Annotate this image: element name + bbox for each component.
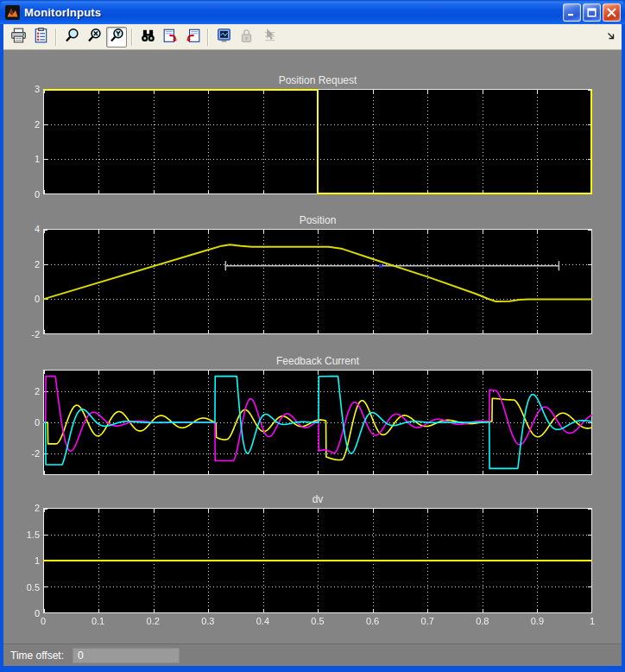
zoom-button[interactable] — [61, 27, 82, 48]
y-tick-label: 1 — [5, 555, 40, 567]
x-tick-label: 0.3 — [191, 616, 225, 627]
x-tick-label: 0.4 — [245, 616, 280, 627]
y-tick-label: 0 — [5, 189, 40, 200]
autoscale-button[interactable] — [137, 27, 158, 48]
binoculars-icon — [140, 28, 156, 47]
y-tick-label: 4 — [5, 224, 40, 235]
y-tick-label: -2 — [5, 329, 40, 340]
status-bar: Time offset: 0 — [3, 643, 622, 666]
y-tick-label: -2 — [5, 448, 40, 460]
close-button[interactable] — [603, 3, 621, 22]
save-axes-icon — [162, 28, 179, 47]
plot-title-2: Position — [43, 214, 592, 226]
save-axes-button[interactable] — [160, 27, 180, 48]
parameters-icon — [33, 28, 49, 47]
toolbar-separator — [55, 29, 57, 46]
plot-axes-4 — [43, 508, 592, 613]
window-controls — [563, 3, 621, 22]
x-tick-label: 0.9 — [520, 616, 554, 627]
plot-title-1: Position Request — [43, 74, 592, 86]
minimize-icon — [567, 8, 577, 17]
matlab-icon — [5, 5, 20, 20]
x-tick-label: 0 — [26, 616, 60, 627]
y-tick-label: 0 — [5, 294, 40, 305]
x-tick-label: 0.5 — [300, 616, 335, 627]
lock-icon — [238, 28, 255, 47]
lock-axes-button — [236, 27, 256, 48]
y-tick-label: 2 — [5, 503, 40, 514]
x-tick-label: 0.8 — [465, 616, 500, 627]
x-tick-label: 0.2 — [136, 616, 170, 627]
restore-axes-icon — [185, 28, 201, 47]
plot-title-4: dv — [43, 493, 592, 505]
toolbar-overflow-icon[interactable] — [606, 29, 616, 45]
plot-axes-2 — [43, 229, 592, 334]
x-tick-label: 0.7 — [410, 616, 445, 627]
zoom-y-button[interactable] — [106, 27, 127, 48]
plot-axes-1 — [43, 89, 592, 194]
time-offset-label: Time offset: — [10, 650, 64, 662]
maximize-icon — [587, 8, 597, 17]
x-tick-label: 0.6 — [356, 616, 390, 627]
scope-window: MonitorInputs Position Request0123Positi… — [0, 0, 625, 672]
plot-title-3: Feedback Current — [43, 355, 592, 367]
floating-scope-icon — [216, 28, 232, 47]
printer-icon — [10, 28, 27, 47]
x-tick-label: 0.1 — [81, 616, 116, 627]
x-tick-label: 1 — [575, 616, 609, 627]
signal-selection-icon — [261, 28, 277, 47]
y-tick-label: 1 — [5, 154, 40, 165]
plot-canvas-2[interactable] — [43, 229, 592, 334]
y-tick-label: 1.5 — [5, 529, 40, 541]
parameters-button[interactable] — [30, 27, 51, 48]
figure-area: Position Request0123Position-2024Feedbac… — [3, 50, 622, 666]
print-button[interactable] — [8, 27, 28, 48]
restore-axes-button[interactable] — [182, 27, 203, 48]
toolbar-separator — [131, 29, 133, 46]
plot-axes-3 — [43, 370, 592, 475]
window-title: MonitorInputs — [24, 6, 563, 19]
plot-canvas-3[interactable] — [43, 370, 592, 475]
y-tick-label: 2 — [5, 119, 40, 130]
minimize-button[interactable] — [563, 3, 581, 22]
y-tick-label: 0.5 — [5, 582, 40, 593]
plot-canvas-4[interactable] — [43, 508, 592, 613]
plot-canvas-1[interactable] — [43, 89, 592, 194]
maximize-button[interactable] — [583, 3, 601, 22]
title-bar[interactable]: MonitorInputs — [0, 0, 625, 24]
zoom-x-button[interactable] — [84, 27, 104, 48]
y-tick-label: 3 — [5, 84, 40, 95]
y-tick-label: 2 — [5, 386, 40, 397]
zoom-x-icon — [86, 28, 103, 47]
toolbar-separator — [207, 29, 209, 46]
toolbar — [3, 24, 622, 50]
time-offset-value: 0 — [73, 648, 180, 663]
zoom-icon — [64, 28, 80, 47]
y-tick-label: 0 — [5, 417, 40, 428]
zoom-y-icon — [109, 28, 125, 47]
signal-selection-button — [258, 27, 279, 48]
floating-scope-button[interactable] — [213, 27, 234, 48]
y-tick-label: 2 — [5, 259, 40, 270]
close-icon — [607, 8, 616, 17]
